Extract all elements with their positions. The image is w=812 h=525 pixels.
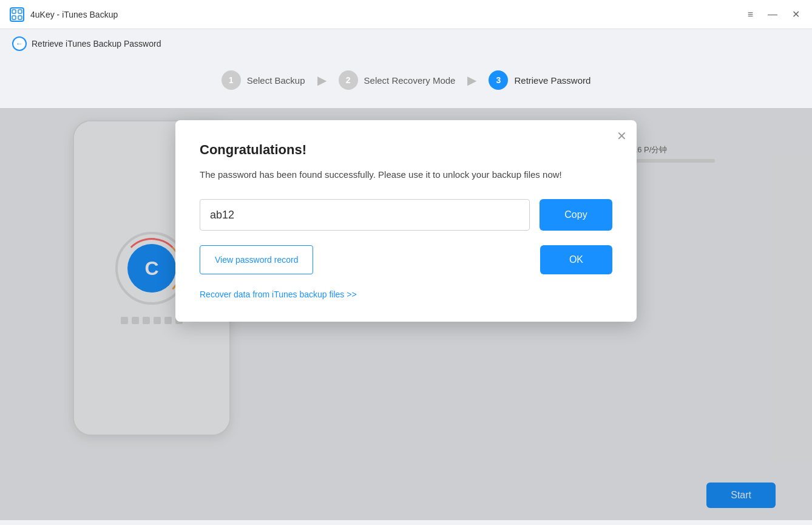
modal-dialog: ✕ Congratulations! The password has been…	[175, 120, 637, 322]
step-3-label: Retrieve Password	[514, 75, 590, 86]
step-3: 3 Retrieve Password	[489, 70, 590, 90]
svg-rect-1	[18, 10, 22, 13]
step-2-label: Select Recovery Mode	[364, 75, 456, 86]
step-1-label: Select Backup	[247, 75, 305, 86]
steps-bar: 1 Select Backup ▶ 2 Select Recovery Mode…	[0, 58, 812, 108]
svg-rect-3	[18, 16, 22, 19]
modal-close-button[interactable]: ✕	[617, 130, 627, 142]
step-3-circle: 3	[489, 70, 508, 90]
step-arrow-1: ▶	[317, 73, 326, 87]
modal-title: Congratulations!	[200, 142, 612, 158]
title-bar-left: 4uKey - iTunes Backup	[10, 7, 118, 22]
action-row: View password record OK	[200, 245, 612, 274]
step-arrow-2: ▶	[467, 73, 476, 87]
step-2-circle: 2	[339, 70, 358, 90]
main-content: C backup ... 搜索速度：16 P/分钟 Start ✕ Congra…	[0, 108, 812, 520]
step-2: 2 Select Recovery Mode	[339, 70, 456, 90]
modal-overlay: ✕ Congratulations! The password has been…	[0, 108, 812, 520]
close-button[interactable]: ✕	[790, 8, 802, 21]
app-title: 4uKey - iTunes Backup	[30, 10, 118, 19]
back-label: Retrieve iTunes Backup Password	[32, 39, 161, 49]
ok-button[interactable]: OK	[540, 245, 612, 274]
title-bar: 4uKey - iTunes Backup ≡ — ✕	[0, 0, 812, 29]
view-password-record-button[interactable]: View password record	[200, 245, 313, 274]
modal-description: The password has been found successfully…	[200, 168, 612, 182]
back-nav: ← Retrieve iTunes Backup Password	[0, 29, 812, 58]
copy-button[interactable]: Copy	[540, 199, 612, 231]
menu-button[interactable]: ≡	[745, 8, 756, 21]
step-1-circle: 1	[222, 70, 241, 90]
password-row: Copy	[200, 199, 612, 231]
minimize-button[interactable]: —	[765, 8, 780, 21]
back-button[interactable]: ←	[12, 36, 27, 51]
svg-rect-0	[12, 10, 16, 13]
recover-link[interactable]: Recover data from iTunes backup files >>	[200, 290, 357, 299]
svg-rect-2	[12, 16, 16, 19]
step-1: 1 Select Backup	[222, 70, 305, 90]
title-bar-controls: ≡ — ✕	[745, 8, 802, 21]
password-input[interactable]	[200, 199, 530, 231]
app-icon	[10, 7, 24, 22]
